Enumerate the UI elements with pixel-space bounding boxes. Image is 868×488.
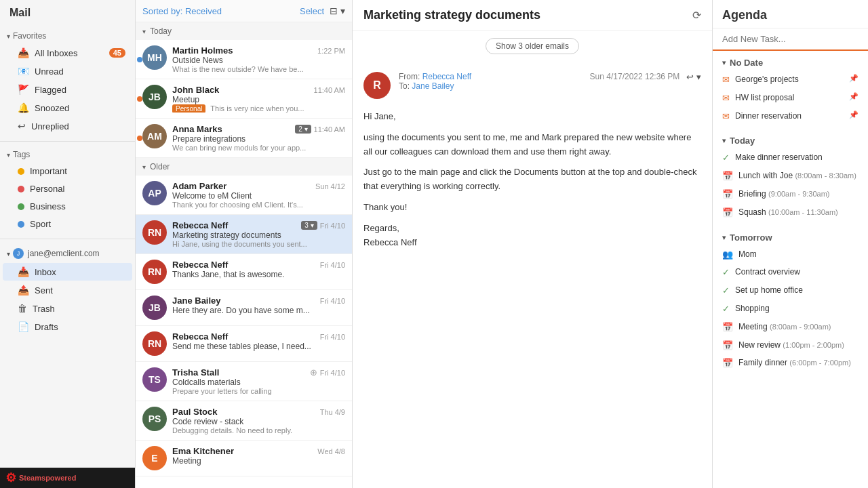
unreplied-icon: ↩: [18, 121, 26, 131]
rotate-icon[interactable]: ⟳: [692, 9, 701, 22]
agenda-item-mom[interactable]: 👥 Mom: [713, 245, 868, 264]
agenda-item-dinner-reservation[interactable]: ✉ Dinner reservation 📌: [713, 107, 868, 125]
sidebar-item-sport[interactable]: Sport: [3, 216, 132, 232]
email-item-trisha-stall[interactable]: TS Trisha Stall ⊕ Fri 4/10 Coldcalls mat…: [136, 362, 352, 401]
mail-icon: ✉: [722, 93, 730, 103]
sidebar-item-unread[interactable]: 📧 Unread: [3, 62, 132, 80]
email-item-ema-kitchener[interactable]: E Ema Kitchener Wed 4/8 Meeting: [136, 441, 352, 476]
item-text: Shopping: [735, 303, 859, 314]
account-header[interactable]: ▾ J jane@emclient.com: [0, 245, 135, 262]
email-view-header: Marketing strategy documents ⟳: [353, 0, 712, 31]
agenda-item-hw-list[interactable]: ✉ HW list proposal 📌: [713, 89, 868, 107]
sort-field[interactable]: Received: [185, 6, 222, 16]
account-avatar: J: [13, 248, 24, 259]
sidebar-item-sent[interactable]: 📤 Sent: [3, 281, 132, 299]
email-time: 11:40 AM: [314, 86, 345, 94]
sidebar: Mail ▾ Favorites 📥 All Inboxes 45 📧 Unre…: [0, 0, 136, 488]
calendar-icon: 📅: [722, 358, 733, 368]
email-sender: John Black: [172, 85, 219, 95]
favorites-header[interactable]: ▾ Favorites: [0, 28, 135, 43]
email-item-martin-holmes[interactable]: MH Martin Holmes 1:22 PM Outside News Wh…: [136, 40, 352, 79]
email-content: Martin Holmes 1:22 PM Outside News What …: [172, 45, 345, 73]
today-agenda-header[interactable]: ▾ Today: [713, 133, 868, 148]
agenda-item-contract[interactable]: ✓ Contract overview: [713, 263, 868, 281]
email-sender: Rebecca Neff: [172, 331, 228, 342]
inbox-label: Inbox: [35, 267, 125, 277]
sidebar-item-drafts[interactable]: 📄 Drafts: [3, 318, 132, 336]
sidebar-item-inbox[interactable]: 📥 Inbox: [3, 263, 132, 281]
trash-icon: 🗑: [18, 303, 27, 314]
pin-icon: 📌: [849, 74, 859, 83]
inbox-icon2: 📥: [18, 266, 29, 277]
email-subject: Marketing strategy documents: [172, 230, 345, 240]
add-task-input[interactable]: [722, 34, 859, 44]
today-section: ▾ Today ✓ Make dinner reservation 📅 Lunc…: [713, 129, 868, 225]
email-time: 11:40 AM: [314, 125, 345, 134]
item-text: Lunch with Joe (8:00am - 8:30am): [738, 170, 859, 182]
all-inboxes-label: All Inboxes: [35, 48, 109, 58]
select-button[interactable]: Select: [300, 6, 324, 16]
today-group-header[interactable]: ▾ Today: [136, 22, 352, 40]
no-date-label: No Date: [730, 58, 763, 68]
email-item-jane-bailey[interactable]: JB Jane Bailey Fri 4/10 Here they are. D…: [136, 290, 352, 326]
no-date-header[interactable]: ▾ No Date: [713, 55, 868, 70]
sidebar-item-important[interactable]: Important: [3, 163, 132, 180]
email-content: Rebecca Neff Fri 4/10 Send me these tabl…: [172, 331, 345, 351]
email-sender: Paul Stock: [172, 407, 217, 417]
agenda-item-lunch-joe[interactable]: 📅 Lunch with Joe (8:00am - 8:30am): [713, 167, 868, 185]
item-text: Contract overview: [735, 266, 859, 278]
tags-header[interactable]: ▾ Tags: [0, 147, 135, 162]
from-link[interactable]: Rebecca Neff: [422, 72, 472, 81]
agenda-item-meeting[interactable]: 📅 Meeting (8:00am - 9:00am): [713, 318, 868, 336]
inbox-icon: 📥: [18, 47, 29, 58]
avatar: JB: [142, 85, 167, 109]
agenda-item-briefing[interactable]: 📅 Briefing (9:00am - 9:30am): [713, 185, 868, 203]
email-item-john-black[interactable]: JB John Black 11:40 AM Meetup Personal T…: [136, 79, 352, 119]
snoozed-label: Snoozed: [35, 103, 125, 113]
email-item-rebecca-neff-2[interactable]: RN Rebecca Neff Fri 4/10 Thanks Jane, th…: [136, 254, 352, 290]
email-item-adam-parker[interactable]: AP Adam Parker Sun 4/12 Welcome to eM Cl…: [136, 176, 352, 215]
older-group-header[interactable]: ▾ Older: [136, 158, 352, 176]
email-view-panel: Marketing strategy documents ⟳ Show 3 ol…: [353, 0, 712, 488]
agenda-item-home-office[interactable]: ✓ Set up home office: [713, 281, 868, 300]
email-item-paul-stock[interactable]: PS Paul Stock Thu 4/9 Code review - stac…: [136, 401, 352, 441]
agenda-item-dinner-reservation-task[interactable]: ✓ Make dinner reservation: [713, 148, 868, 167]
email-preview: Thank you for choosing eM Client. It's..…: [172, 201, 345, 209]
tags-label: Tags: [13, 150, 30, 159]
steamspowered-label: Steamspowered: [19, 474, 76, 482]
item-text: Set up home office: [735, 285, 859, 296]
sent-icon: 📤: [18, 285, 29, 296]
agenda-title: Agenda: [713, 0, 868, 28]
email-content: Trisha Stall ⊕ Fri 4/10 Coldcalls materi…: [172, 367, 345, 395]
agenda-item-family-dinner[interactable]: 📅 Family dinner (6:00pm - 7:00pm): [713, 354, 868, 372]
agenda-item-new-review[interactable]: 📅 New review (1:00pm - 2:00pm): [713, 336, 868, 354]
sidebar-item-personal[interactable]: Personal: [3, 180, 132, 197]
email-item-rebecca-neff-1[interactable]: RN Rebecca Neff 3 ▾ Fri 4/10 Marketing s…: [136, 215, 352, 254]
email-meta: Rebecca Neff Fri 4/10: [172, 331, 345, 342]
sidebar-item-business[interactable]: Business: [3, 198, 132, 215]
agenda-item-shopping[interactable]: ✓ Shopping: [713, 300, 868, 318]
sidebar-item-trash[interactable]: 🗑 Trash: [3, 300, 132, 317]
sent-label: Sent: [35, 285, 125, 296]
email-content: Adam Parker Sun 4/12 Welcome to eM Clien…: [172, 181, 345, 209]
divider-1: [0, 141, 135, 142]
sidebar-item-snoozed[interactable]: 🔔 Snoozed: [3, 99, 132, 117]
reply-button[interactable]: ↩ ▾: [686, 72, 701, 82]
gear-icon: ⊕: [310, 367, 317, 378]
email-item-anna-marks[interactable]: AM Anna Marks 2 ▾ 11:40 AM Prepare integ…: [136, 119, 352, 158]
email-meta: Jane Bailey Fri 4/10: [172, 296, 345, 306]
agenda-item-georges-projects[interactable]: ✉ George's projects 📌: [713, 70, 868, 89]
email-list-body: ▾ Today MH Martin Holmes 1:22 PM Outside…: [136, 22, 352, 488]
sidebar-item-all-inboxes[interactable]: 📥 All Inboxes 45: [3, 44, 132, 62]
email-sender: Trisha Stall: [172, 367, 219, 378]
email-item-rebecca-neff-3[interactable]: RN Rebecca Neff Fri 4/10 Send me these t…: [136, 326, 352, 362]
to-link[interactable]: Jane Bailey: [412, 81, 454, 91]
agenda-item-squash[interactable]: 📅 Squash (10:00am - 11:30am): [713, 203, 868, 222]
drafts-label: Drafts: [35, 322, 125, 332]
tomorrow-header[interactable]: ▾ Tomorrow: [713, 230, 868, 245]
sidebar-item-unreplied[interactable]: ↩ Unreplied: [3, 117, 132, 135]
favorites-section: ▾ Favorites 📥 All Inboxes 45 📧 Unread 🚩 …: [0, 26, 135, 138]
filter-button[interactable]: ⊟ ▾: [330, 5, 345, 16]
sidebar-item-flagged[interactable]: 🚩 Flagged: [3, 81, 132, 98]
show-older-button[interactable]: Show 3 older emails: [486, 38, 579, 54]
